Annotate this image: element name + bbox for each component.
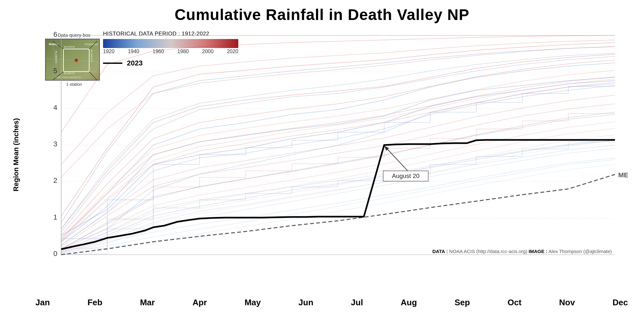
month-may: May — [244, 298, 261, 308]
month-aug: Aug — [401, 298, 417, 308]
month-oct: Oct — [507, 298, 521, 308]
month-mar: Mar — [140, 298, 155, 308]
svg-text:3: 3 — [53, 140, 57, 148]
svg-text:DATA :
       NOAA ACIS (http:: DATA : NOAA ACIS (http://data.rcc-acis.o… — [432, 249, 612, 254]
svg-text:0: 0 — [53, 250, 57, 258]
month-jul: Jul — [351, 298, 363, 308]
chart-svg: 0 1 2 3 4 5 6 — [35, 29, 628, 280]
svg-text:August 20: August 20 — [392, 172, 420, 179]
svg-text:5: 5 — [53, 67, 57, 75]
x-axis-labels: Jan Feb Mar Apr May Jun Jul Aug Sep Oct … — [35, 298, 628, 308]
chart-title: Cumulative Rainfall in Death Valley NP — [0, 0, 644, 24]
svg-text:1: 1 — [53, 213, 57, 221]
month-apr: Apr — [193, 298, 207, 308]
svg-text:MEAN: MEAN — [618, 171, 628, 179]
month-sep: Sep — [455, 298, 470, 308]
month-jun: Jun — [298, 298, 313, 308]
svg-text:4: 4 — [53, 103, 57, 112]
month-nov: Nov — [559, 298, 575, 308]
svg-text:2: 2 — [53, 176, 57, 184]
svg-text:6: 6 — [53, 30, 57, 38]
month-jan: Jan — [35, 298, 50, 308]
month-feb: Feb — [88, 298, 102, 308]
month-dec: Dec — [612, 298, 628, 308]
chart-container: Cumulative Rainfall in Death Valley NP R… — [0, 0, 644, 314]
y-axis-label: Region Mean (inches) — [3, 29, 29, 280]
